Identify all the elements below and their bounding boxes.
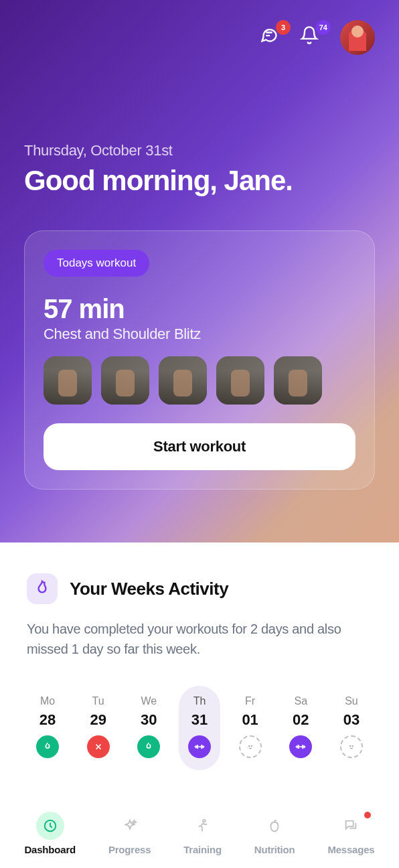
day-fr[interactable]: Fr 01 — [230, 686, 271, 770]
activity-description: You have completed your workouts for 2 d… — [27, 619, 372, 659]
notifications-badge: 74 — [316, 20, 331, 35]
tabbar: Dashboard Progress Training Nutrition Me… — [0, 798, 399, 868]
barbell-icon — [188, 735, 211, 758]
workout-duration: 57 min — [44, 294, 355, 324]
topbar: 3 74 — [24, 20, 375, 55]
gauge-icon — [43, 818, 58, 833]
exercise-thumb[interactable] — [101, 356, 149, 405]
workout-card: Todays workout 57 min Chest and Shoulder… — [24, 230, 375, 490]
tab-nutrition[interactable]: Nutrition — [254, 812, 295, 855]
svg-point-5 — [203, 819, 206, 822]
day-num: 30 — [141, 711, 157, 729]
current-date: Thursday, October 31st — [24, 142, 375, 159]
greeting: Good morning, Jane. — [24, 165, 375, 197]
notification-dot — [364, 812, 371, 818]
tab-training[interactable]: Training — [183, 812, 222, 855]
tab-label: Dashboard — [24, 844, 76, 855]
svg-point-2 — [350, 745, 351, 746]
section-header: Your Weeks Activity — [27, 573, 372, 604]
day-num: 31 — [191, 711, 208, 729]
exercise-thumb[interactable] — [274, 356, 322, 405]
chat-icon — [343, 818, 358, 833]
exercise-thumbnails — [44, 356, 355, 405]
day-abbr: We — [141, 695, 157, 707]
tab-dashboard[interactable]: Dashboard — [24, 812, 76, 855]
activity-section: Your Weeks Activity You have completed y… — [0, 542, 399, 784]
rest-icon — [340, 735, 363, 758]
workout-name: Chest and Shoulder Blitz — [44, 326, 355, 343]
tab-label: Training — [183, 844, 222, 855]
sparkle-icon — [123, 818, 137, 833]
day-sa[interactable]: Sa 02 — [280, 686, 321, 770]
fire-icon — [137, 735, 160, 758]
tab-label: Progress — [108, 844, 151, 855]
hero-section: 3 74 Thursday, October 31st Good morning… — [0, 0, 399, 542]
svg-point-1 — [251, 745, 252, 746]
day-we[interactable]: We 30 — [128, 686, 169, 770]
svg-point-0 — [248, 745, 249, 746]
day-num: 03 — [343, 711, 360, 729]
day-abbr: Fr — [245, 695, 255, 707]
exercise-thumb[interactable] — [159, 356, 207, 405]
notifications-button[interactable]: 74 — [300, 25, 324, 50]
apple-icon — [267, 818, 282, 833]
day-abbr: Th — [193, 695, 206, 707]
day-num: 02 — [293, 711, 309, 729]
fire-icon — [36, 735, 59, 758]
workout-pill: Todays workout — [44, 250, 149, 277]
run-icon — [195, 818, 210, 833]
day-num: 29 — [90, 711, 106, 729]
messages-button[interactable]: 3 — [260, 25, 284, 50]
tab-label: Nutrition — [254, 844, 295, 855]
day-num: 01 — [242, 711, 258, 729]
start-workout-button[interactable]: Start workout — [44, 423, 355, 470]
tab-progress[interactable]: Progress — [108, 812, 151, 855]
day-abbr: Su — [345, 695, 358, 707]
x-icon — [87, 735, 110, 758]
day-abbr: Sa — [294, 695, 307, 707]
rest-icon — [239, 735, 262, 758]
week-row: Mo 28 Tu 29 We 30 Th 31 Fr 01 Sa 02 — [27, 686, 372, 770]
day-mo[interactable]: Mo 28 — [27, 686, 68, 770]
day-abbr: Mo — [40, 695, 55, 707]
messages-badge: 3 — [276, 20, 291, 35]
barbell-icon — [289, 735, 312, 758]
day-su[interactable]: Su 03 — [331, 686, 372, 770]
activity-title: Your Weeks Activity — [70, 579, 228, 599]
day-th-current[interactable]: Th 31 — [179, 686, 220, 770]
fire-icon — [33, 580, 51, 597]
tab-label: Messages — [327, 844, 374, 855]
svg-point-3 — [352, 745, 353, 746]
day-num: 28 — [39, 711, 56, 729]
avatar[interactable] — [340, 20, 375, 55]
tab-messages[interactable]: Messages — [327, 812, 374, 855]
fire-icon-square — [27, 573, 58, 604]
day-abbr: Tu — [92, 695, 104, 707]
exercise-thumb[interactable] — [216, 356, 264, 405]
exercise-thumb[interactable] — [44, 356, 92, 405]
day-tu[interactable]: Tu 29 — [78, 686, 119, 770]
